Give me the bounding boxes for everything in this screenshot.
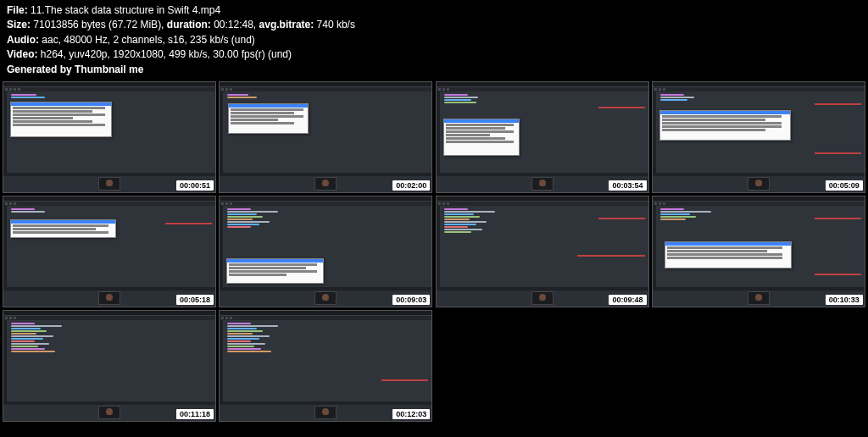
thumbnail: 00:10:33 (652, 196, 865, 307)
video-label: Video: (7, 48, 37, 60)
autocomplete-popup (659, 110, 791, 141)
metadata-header: File: 11.The stack data structure in Swi… (0, 0, 868, 79)
thumbnail: 00:02:00 (219, 81, 432, 193)
autocomplete-popup (10, 219, 116, 238)
timestamp-badge: 00:12:03 (392, 409, 430, 419)
thumbnail: 00:09:03 (219, 196, 432, 307)
file-value: 11.The stack data structure in Swift 4.m… (31, 4, 220, 16)
webcam-pip (314, 291, 337, 305)
size-label: Size: (7, 19, 31, 30)
timestamp-badge: 00:09:03 (392, 295, 430, 305)
timestamp-badge: 00:03:54 (609, 180, 646, 191)
timestamp-badge: 00:11:18 (176, 409, 214, 419)
autocomplete-popup (443, 119, 520, 156)
webcam-pip (531, 291, 554, 305)
duration-label: duration: (167, 19, 211, 30)
webcam-pip (98, 177, 120, 191)
webcam-pip (98, 291, 120, 305)
audio-label: Audio: (7, 34, 39, 46)
bitrate-label: avg.bitrate: (259, 19, 314, 30)
timestamp-badge: 00:00:51 (176, 180, 214, 191)
thumbnail-grid: 00:00:51 00:02:00 (0, 79, 868, 424)
video-value: h264, yuv420p, 1920x1080, 499 kb/s, 30.0… (41, 48, 292, 60)
bitrate-value: 740 kb/s (317, 19, 355, 30)
webcam-pip (314, 406, 337, 419)
duration-value: 00:12:48, (214, 19, 256, 30)
thumbnail: 00:05:18 (3, 196, 216, 307)
webcam-pip (531, 177, 554, 191)
webcam-pip (98, 406, 120, 419)
timestamp-badge: 00:05:09 (826, 180, 863, 191)
autocomplete-popup (228, 103, 309, 134)
timestamp-badge: 00:10:33 (826, 295, 863, 305)
thumbnail: 00:03:54 (436, 81, 649, 193)
timestamp-badge: 00:09:48 (609, 295, 646, 305)
thumbnail: 00:11:18 (3, 310, 216, 422)
thumbnail: 00:05:09 (652, 81, 865, 193)
webcam-pip (314, 177, 337, 191)
timestamp-badge: 00:05:18 (176, 295, 214, 305)
autocomplete-popup (665, 241, 792, 268)
autocomplete-popup (10, 102, 112, 137)
webcam-pip (748, 177, 770, 191)
webcam-pip (748, 291, 770, 305)
size-value: 71013856 bytes (67.72 MiB), (33, 19, 164, 30)
thumbnail: 00:12:03 (219, 310, 432, 422)
generated-by: Generated by Thumbnail me (7, 64, 143, 75)
thumbnail: 00:00:51 (3, 81, 216, 193)
thumbnail: 00:09:48 (436, 196, 649, 307)
audio-value: aac, 48000 Hz, 2 channels, s16, 235 kb/s… (42, 34, 255, 46)
file-label: File: (7, 4, 28, 16)
autocomplete-popup (226, 258, 324, 284)
timestamp-badge: 00:02:00 (392, 180, 430, 191)
